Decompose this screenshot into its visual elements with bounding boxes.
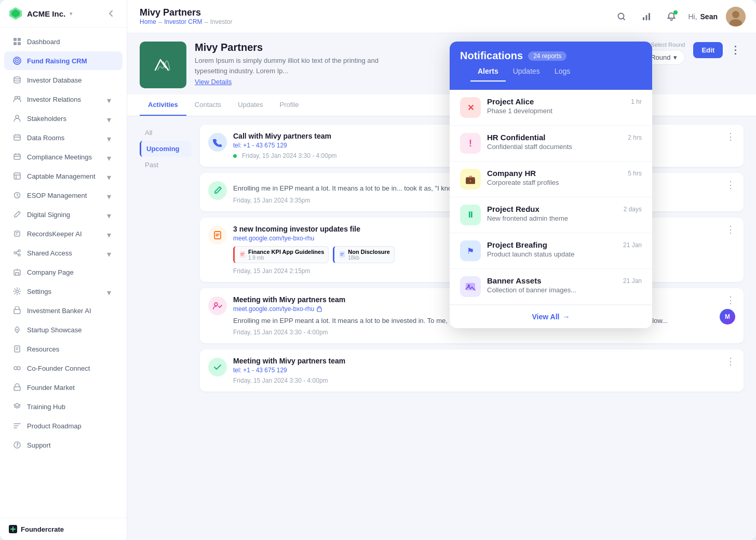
sidebar-item-data-rooms[interactable]: Data Rooms ▾ [4, 128, 123, 147]
image-icon [460, 276, 481, 297]
notif-sub: Collection of banner images... [487, 286, 617, 294]
tab-activities[interactable]: Activities [140, 95, 186, 116]
card-more-button[interactable]: ⋮ [726, 180, 735, 190]
person-icon [12, 114, 22, 123]
svg-rect-34 [649, 13, 650, 20]
analytics-button[interactable] [638, 8, 655, 25]
sidebar-item-stakeholders[interactable]: Stakeholders ▾ [4, 109, 123, 128]
card-more-button[interactable]: ⋮ [726, 132, 735, 141]
app-chevron[interactable]: ▾ [70, 10, 73, 17]
investor-logo [140, 42, 186, 88]
sidebar-item-esop[interactable]: ESOP Management ▾ [4, 186, 123, 205]
sidebar-item-settings[interactable]: Settings ▾ [4, 282, 123, 301]
sidebar-item-recordskeeper[interactable]: RecordsKeeper AI ▾ [4, 224, 123, 243]
sidebar-item-fundraising-crm[interactable]: Fund Raising CRM [4, 51, 123, 70]
svg-point-9 [14, 77, 20, 79]
notif-item: 💼 Company HR Corporeate staff profiles 5… [450, 161, 652, 197]
sidebar-item-label: Training Hub [27, 403, 114, 411]
sidebar-item-captable[interactable]: Captable Management ▾ [4, 167, 123, 185]
notif-item: ⚑ Project Breafing Product launch status… [450, 233, 652, 269]
sidebar-item-label: Digital Signing [27, 211, 102, 219]
svg-rect-14 [14, 154, 20, 159]
notif-time: 2 hrs [628, 133, 642, 141]
sidebar-item-shared-access[interactable]: Shared Access ▾ [4, 244, 123, 262]
sidebar-item-compliance-meetings[interactable]: Compliance Meetings ▾ [4, 147, 123, 166]
topbar: Mivy Partners Home – Investor CRM – Inve… [127, 0, 756, 33]
chevron-down-icon: ▾ [107, 172, 114, 180]
filter-upcoming[interactable]: Upcoming [140, 141, 192, 157]
sidebar-item-founder-market[interactable]: Founder Market [4, 378, 123, 397]
notif-tab-logs[interactable]: Logs [547, 62, 577, 82]
tab-profile[interactable]: Profile [272, 95, 307, 116]
sidebar-item-investor-relations[interactable]: Investor Relations ▾ [4, 90, 123, 109]
svg-rect-33 [646, 15, 647, 20]
sidebar-item-label: ESOP Management [27, 192, 102, 199]
briefcase-icon: 💼 [460, 169, 481, 190]
tab-contacts[interactable]: Contacts [186, 95, 230, 116]
sidebar-header: ACME Inc. ▾ [0, 0, 127, 28]
notifications-list: ✕ Project Alice Phase 1 development 1 hr… [450, 90, 652, 305]
sidebar-item-label: Captable Management [27, 172, 102, 180]
notif-time: 5 hrs [628, 169, 642, 177]
chevron-down-icon: ▾ [107, 230, 114, 237]
filter-past[interactable]: Past [140, 157, 192, 173]
sidebar-item-startup-showcase[interactable]: Startup Showcase [4, 320, 123, 339]
sidebar-item-label: Startup Showcase [27, 326, 114, 334]
sidebar-item-digital-signing[interactable]: Digital Signing ▾ [4, 205, 123, 224]
view-all-button[interactable]: View All → [460, 313, 642, 321]
filter-panel: All Upcoming Past [140, 125, 192, 532]
sidebar-item-label: RecordsKeeper AI [27, 230, 102, 238]
more-options-button[interactable]: ⋮ [727, 42, 744, 58]
search-button[interactable] [613, 8, 630, 25]
breadcrumb-current: Investor [210, 18, 233, 25]
notifications-title: Notifications [460, 50, 523, 62]
svg-rect-28 [14, 387, 20, 390]
user-name: Sean [700, 12, 718, 21]
svg-point-11 [18, 97, 20, 99]
tab-updates[interactable]: Updates [230, 95, 271, 116]
notifications-header: Notifications 24 reports Alerts Updates … [450, 42, 652, 90]
card-more-button[interactable]: ⋮ [726, 295, 735, 305]
notif-tab-alerts[interactable]: Alerts [470, 62, 506, 82]
chevron-down-icon: ▾ [107, 134, 114, 141]
sidebar: ACME Inc. ▾ Dashboard Fund Raising CRM [0, 0, 127, 540]
sidebar-collapse-button[interactable] [104, 6, 118, 21]
breadcrumb-home[interactable]: Home [140, 18, 156, 25]
app-logo: ACME Inc. ▾ [8, 6, 73, 21]
notif-content: Project Redux New frontend admin theme [487, 205, 617, 222]
notif-tab-updates[interactable]: Updates [506, 62, 547, 82]
sidebar-item-investment-banker[interactable]: Investment Banker AI [4, 301, 123, 320]
banker-icon [12, 306, 22, 315]
card-more-button[interactable]: ⋮ [726, 357, 735, 366]
edit-button[interactable]: Edit [693, 42, 723, 58]
check-icon-wrap [208, 358, 227, 376]
filter-all[interactable]: All [140, 125, 192, 141]
notif-name: Banner Assets [487, 276, 617, 285]
avatar[interactable] [726, 7, 746, 26]
breadcrumb-investor-crm[interactable]: Investor CRM [164, 18, 202, 25]
activity-tabs-bar: Activities Contacts Updates Profile [127, 95, 756, 116]
sidebar-item-resources[interactable]: Resources [4, 340, 123, 358]
notif-time: 1 hr [631, 97, 642, 105]
notification-button[interactable] [663, 8, 680, 25]
sidebar-item-cofounder-connect[interactable]: Co-Founder Connect [4, 359, 123, 377]
chevron-icon: ▾ [673, 53, 677, 61]
sidebar-item-investor-database[interactable]: Investor Database [4, 71, 123, 89]
activity-link[interactable]: tel: +1 - 43 675 129 [233, 367, 720, 374]
page-title: Mivy Partners [140, 7, 233, 18]
status-dot [233, 154, 237, 158]
svg-rect-25 [15, 346, 20, 352]
roadmap-icon [12, 421, 22, 430]
sidebar-item-company-page[interactable]: Company Page [4, 263, 123, 281]
card-more-button[interactable]: ⋮ [726, 225, 735, 234]
sidebar-item-label: Co-Founder Connect [27, 365, 114, 372]
sidebar-item-support[interactable]: Support [4, 436, 123, 454]
sidebar-item-product-roadmap[interactable]: Product Roadmap [4, 416, 123, 435]
notif-sub: Corporeate staff profiles [487, 179, 622, 186]
sidebar-item-dashboard[interactable]: Dashboard [4, 32, 123, 51]
notif-sub: Product launch status update [487, 250, 617, 258]
notifications-count: 24 reports [528, 51, 566, 61]
sidebar-item-training-hub[interactable]: Training Hub [4, 397, 123, 416]
meeting-icon-wrap [208, 296, 227, 315]
svg-point-19 [14, 252, 16, 254]
